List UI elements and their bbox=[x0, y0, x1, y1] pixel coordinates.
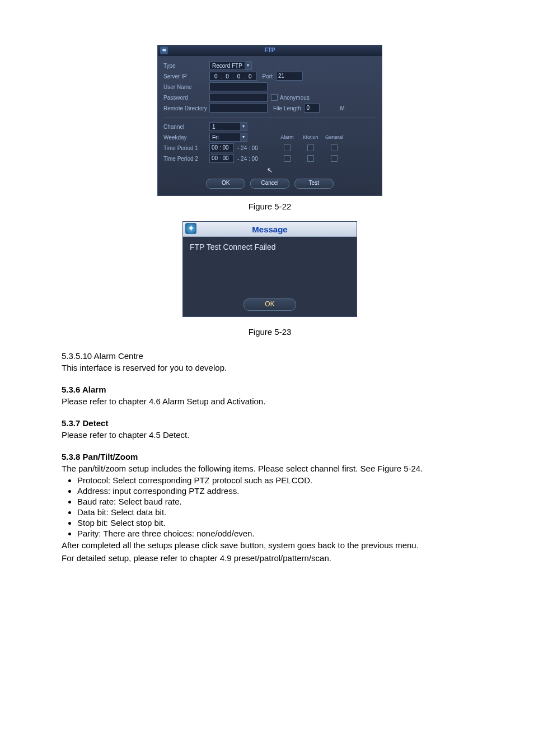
type-value: Record FTP bbox=[210, 63, 245, 69]
tp1-motion-checkbox[interactable] bbox=[307, 144, 314, 151]
label-tp1: Time Period 1 bbox=[163, 145, 209, 151]
weekday-value: Fri bbox=[210, 134, 240, 141]
ip-seg-2: 0 bbox=[222, 73, 232, 80]
message-ok-button[interactable]: OK bbox=[243, 298, 296, 311]
label-tp2: Time Period 2 bbox=[163, 156, 209, 162]
ptz-bullet-list: Protocol: Select corresponding PTZ proto… bbox=[77, 475, 478, 538]
bullet-parity: Parity: There are three choices: none/od… bbox=[77, 529, 478, 538]
col-alarm: Alarm bbox=[275, 134, 299, 140]
label-channel: Channel bbox=[163, 124, 209, 130]
chevron-down-icon: ▾ bbox=[245, 62, 251, 69]
tp2-alarm-checkbox[interactable] bbox=[284, 155, 291, 162]
port-input[interactable]: 21 bbox=[276, 72, 303, 81]
heading-5-3-5-10: 5.3.5.10 Alarm Centre bbox=[62, 351, 478, 361]
password-input[interactable] bbox=[209, 93, 268, 102]
channel-dropdown[interactable]: 1 ▾ bbox=[209, 122, 247, 131]
chevron-down-icon: ▾ bbox=[240, 133, 247, 141]
para-after-1: After completed all the setups please cl… bbox=[62, 539, 478, 551]
cancel-button[interactable]: Cancel bbox=[250, 179, 289, 189]
label-anonymous: Anonymous bbox=[280, 95, 310, 101]
ip-seg-3: 0 bbox=[234, 73, 244, 80]
label-file-length: File Length bbox=[273, 105, 301, 111]
para-5-3-6: Please refer to chapter 4.6 Alarm Setup … bbox=[62, 395, 478, 407]
tp2-general-checkbox[interactable] bbox=[331, 155, 338, 162]
file-length-input[interactable]: 0 bbox=[304, 104, 320, 113]
tp2-start-input[interactable]: 00 : 00 bbox=[209, 154, 234, 163]
label-port: Port bbox=[263, 73, 273, 80]
chevron-down-icon: ▾ bbox=[240, 123, 247, 130]
type-dropdown[interactable]: Record FTP ▾ bbox=[209, 61, 252, 70]
bullet-address: Address: input corresponding PTZ address… bbox=[77, 486, 478, 496]
message-body-text: FTP Test Connect Failed bbox=[190, 242, 276, 251]
tp1-start-input[interactable]: 00 : 00 bbox=[209, 143, 234, 152]
cursor-icon: ↖ bbox=[163, 166, 376, 174]
para-after-2: For detailed setup, please refer to chap… bbox=[62, 552, 478, 564]
ip-seg-4: 0 bbox=[245, 73, 255, 80]
col-motion: Motion bbox=[299, 134, 322, 140]
label-type: Type bbox=[163, 63, 209, 69]
message-dialog-icon: ✦ bbox=[185, 223, 196, 234]
ftp-dialog-icon: ⇆ bbox=[160, 46, 168, 54]
figure-5-23-caption: Figure 5-23 bbox=[62, 327, 478, 337]
label-user-name: User Name bbox=[163, 84, 209, 90]
para-5-3-8-intro: The pan/tilt/zoom setup includes the fol… bbox=[62, 463, 478, 474]
label-password: Password bbox=[163, 95, 209, 101]
server-ip-input[interactable]: 0. 0. 0. 0 bbox=[209, 72, 257, 81]
tp1-general-checkbox[interactable] bbox=[331, 144, 338, 151]
username-input[interactable] bbox=[209, 82, 268, 91]
figure-5-22-caption: Figure 5-22 bbox=[62, 202, 478, 211]
tp2-end-text: - 24 : 00 bbox=[237, 156, 262, 162]
heading-5-3-6: 5.3.6 Alarm bbox=[62, 385, 478, 394]
heading-5-3-7: 5.3.7 Detect bbox=[62, 418, 478, 428]
ftp-dialog-title: ⇆ FTP bbox=[158, 45, 382, 56]
message-dialog-body: FTP Test Connect Failed bbox=[183, 237, 357, 295]
para-5-3-5-10: This interface is reserved for you to de… bbox=[62, 362, 478, 374]
ip-seg-1: 0 bbox=[211, 73, 221, 80]
label-weekday: Weekday bbox=[163, 134, 209, 141]
para-5-3-7: Please refer to chapter 4.5 Detect. bbox=[62, 429, 478, 441]
bullet-stopbit: Stop bit: Select stop bit. bbox=[77, 518, 478, 528]
channel-value: 1 bbox=[210, 124, 240, 130]
label-remote-dir: Remote Directory bbox=[163, 105, 209, 111]
ftp-dialog: ⇆ FTP Type Record FTP ▾ Server IP 0. 0. … bbox=[157, 45, 382, 196]
message-title-text: Message bbox=[252, 225, 287, 234]
col-general: General bbox=[322, 134, 346, 140]
file-length-unit: M bbox=[340, 105, 344, 111]
message-dialog-title: ✦ Message bbox=[183, 222, 357, 237]
bullet-protocol: Protocol: Select corresponding PTZ proto… bbox=[77, 475, 478, 485]
tp2-motion-checkbox[interactable] bbox=[307, 155, 314, 162]
remote-dir-input[interactable] bbox=[209, 104, 268, 113]
bullet-databit: Data bit: Select data bit. bbox=[77, 507, 478, 517]
label-server-ip: Server IP bbox=[163, 73, 209, 80]
weekday-dropdown[interactable]: Fri ▾ bbox=[209, 133, 247, 142]
message-dialog: ✦ Message FTP Test Connect Failed OK bbox=[182, 221, 357, 317]
bullet-baud: Baud rate: Select baud rate. bbox=[77, 497, 478, 506]
ok-button[interactable]: OK bbox=[206, 179, 245, 189]
anonymous-checkbox[interactable] bbox=[271, 94, 278, 101]
ftp-dialog-body: Type Record FTP ▾ Server IP 0. 0. 0. 0 P… bbox=[158, 56, 382, 195]
tp1-end-text: - 24 : 00 bbox=[237, 145, 262, 151]
test-button[interactable]: Test bbox=[294, 179, 334, 189]
tp1-alarm-checkbox[interactable] bbox=[284, 144, 291, 151]
ftp-title-text: FTP bbox=[265, 47, 275, 53]
heading-5-3-8: 5.3.8 Pan/Tilt/Zoom bbox=[62, 452, 478, 461]
